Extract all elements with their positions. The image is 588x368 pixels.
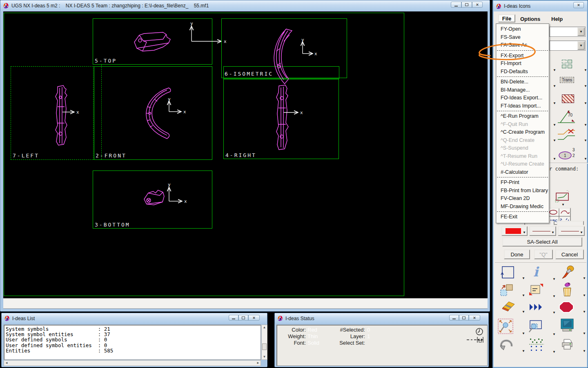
- dropdown-icon[interactable]: ▼: [583, 350, 586, 353]
- maximize-button[interactable]: [238, 315, 248, 321]
- menu-item-fd-defaults[interactable]: FD-Defaults: [496, 68, 549, 76]
- dropdown-icon[interactable]: ▼: [522, 332, 525, 335]
- dropdown-icon[interactable]: ▼: [552, 311, 556, 314]
- q-button[interactable]: "Q": [534, 249, 553, 259]
- dropdown-icon[interactable]: ▼: [553, 69, 556, 72]
- menu-item-fs-save[interactable]: FS-Save: [496, 34, 549, 42]
- dropdown-icon[interactable]: ▼: [561, 203, 565, 206]
- select-region-icon-button[interactable]: [499, 265, 515, 280]
- zoom-window-icon-button[interactable]: [528, 319, 542, 334]
- library-icon-button[interactable]: [562, 282, 572, 297]
- dropdown-icon[interactable]: ▼: [584, 157, 587, 161]
- menu-file[interactable]: File: [498, 14, 515, 22]
- stop-icon-button[interactable]: [559, 301, 574, 313]
- scroll-right-icon[interactable]: ►: [256, 361, 261, 366]
- dropdown-icon[interactable]: ▼: [583, 310, 586, 314]
- appearance-brush-icon-button[interactable]: [560, 265, 576, 280]
- menu-item-mf-drawing-medic[interactable]: MF-Drawing Medic: [496, 203, 549, 211]
- line-weight-dropdown[interactable]: ▼: [529, 226, 556, 236]
- menu-item-ft-ideas-import[interactable]: FT-Ideas Import...: [496, 102, 549, 110]
- hatch-icon-button[interactable]: [562, 94, 574, 103]
- scroll-up-icon[interactable]: ▲: [262, 325, 267, 330]
- dropdown-icon[interactable]: ▼: [552, 278, 556, 281]
- icons-panel-close-button[interactable]: ×: [573, 2, 584, 8]
- menu-item-fi-import[interactable]: FI-Import: [496, 60, 549, 68]
- close-button[interactable]: ×: [469, 315, 480, 321]
- menu-item-u-resume-create[interactable]: ^U-Resume Create: [496, 160, 549, 168]
- menu-item-fx-export[interactable]: FX-Export: [496, 52, 549, 60]
- vertical-scrollbar[interactable]: ▲ ▼: [261, 325, 267, 360]
- maximize-button[interactable]: [459, 315, 469, 321]
- dropdown-icon[interactable]: ▼: [552, 333, 556, 336]
- menu-options[interactable]: Options: [520, 16, 540, 22]
- dropdown-icon[interactable]: ▼: [522, 350, 525, 353]
- close-button[interactable]: ×: [472, 2, 483, 8]
- menu-item-f-quit-run[interactable]: ^F-Quit Run: [496, 121, 549, 129]
- cancel-button[interactable]: Cancel: [555, 249, 584, 259]
- dropdown-icon[interactable]: ▼: [522, 294, 525, 297]
- scrollbar-thumb[interactable]: [262, 343, 267, 350]
- chevron-down-icon[interactable]: ▼: [577, 27, 585, 36]
- list-content[interactable]: System symbols : 21 System symbol entiti…: [4, 325, 261, 360]
- dropdown-icon[interactable]: ▼: [553, 85, 556, 88]
- menu-item-fa-save-as[interactable]: FA-Save As: [496, 41, 549, 49]
- dropdown-icon[interactable]: ▼: [584, 85, 587, 88]
- minimize-button[interactable]: [451, 2, 461, 8]
- list-titlebar[interactable]: I-deas List: [2, 313, 267, 323]
- menu-help[interactable]: Help: [551, 16, 563, 22]
- menu-item-fy-open[interactable]: FY-Open: [496, 25, 549, 34]
- menu-item-c-create-program[interactable]: ^C-Create Program: [496, 128, 549, 137]
- fast-forward-icon-button[interactable]: [529, 303, 543, 311]
- icon-group-combo-1[interactable]: ▼: [549, 27, 586, 37]
- print-icon-button[interactable]: [561, 339, 574, 351]
- dropdown-icon[interactable]: ▼: [553, 123, 556, 127]
- dropdown-icon[interactable]: ▼: [552, 350, 556, 354]
- menu-item-bi-manage[interactable]: BI-Manage...: [496, 86, 549, 94]
- dropdown-icon[interactable]: ▼: [553, 102, 556, 105]
- dropdown-icon[interactable]: ▼: [584, 69, 587, 72]
- menu-item-e-run-program[interactable]: ^E-Run Program: [496, 112, 549, 121]
- minimize-button[interactable]: [229, 315, 238, 321]
- dropdown-icon[interactable]: ▼: [522, 310, 525, 314]
- hidden-button-sliver[interactable]: [557, 221, 584, 225]
- dropdown-icon[interactable]: ▼: [553, 139, 556, 142]
- point-grid-icon-button[interactable]: [529, 338, 544, 352]
- menu-item-q-end-create[interactable]: ^Q-End Create: [496, 137, 549, 145]
- menu-item-fb-print-from-library[interactable]: FB-Print from Library: [496, 187, 549, 195]
- translucency-icon-button[interactable]: Trans: [560, 77, 574, 83]
- trim-lines-icon-button[interactable]: [557, 128, 576, 141]
- dropdown-icon[interactable]: ▼: [522, 277, 525, 280]
- scroll-left-icon[interactable]: ◄: [4, 361, 9, 366]
- color-swatch-dropdown[interactable]: ▼: [501, 226, 528, 236]
- info-icon-button[interactable]: i: [533, 264, 538, 280]
- manage-bins-icon-button[interactable]: [528, 282, 544, 298]
- minimize-button[interactable]: [449, 315, 459, 321]
- menu-item-s-suspend[interactable]: ^S-Suspend: [496, 144, 549, 153]
- delete-eraser-icon-button[interactable]: [499, 300, 515, 312]
- chevron-down-icon[interactable]: ▼: [577, 41, 585, 50]
- main-titlebar[interactable]: UGS NX I-deas 5 m2 : NX I-DEAS 5 Team : …: [0, 0, 490, 11]
- dropdown-icon[interactable]: ▼: [584, 139, 587, 142]
- icon-group-combo-2[interactable]: ▼: [549, 40, 586, 51]
- horizontal-scrollbar[interactable]: ◄ ►: [4, 360, 261, 366]
- undo-icon-button[interactable]: [499, 339, 514, 350]
- dropdown-icon[interactable]: ▼: [552, 295, 556, 298]
- sequence-numbers-icon-button[interactable]: 1 3 2: [558, 147, 577, 160]
- dropdown-icon[interactable]: ▼: [584, 102, 587, 105]
- select-all-button[interactable]: SA-Select All: [502, 237, 582, 247]
- sketch-in-place-icon-button[interactable]: [553, 189, 571, 204]
- close-button[interactable]: ×: [248, 315, 260, 321]
- dropdown-icon[interactable]: ▼: [583, 332, 586, 335]
- line-style-dropdown[interactable]: ▼: [558, 226, 585, 236]
- dropdown-icon[interactable]: ▼: [583, 277, 586, 280]
- menu-item-fp-print[interactable]: FP-Print: [496, 179, 549, 187]
- dropdown-icon[interactable]: ▼: [584, 123, 587, 127]
- menu-item-fv-clean-2d[interactable]: FV-Clean 2D: [496, 195, 549, 203]
- menu-item-bn-delete[interactable]: BN-Delete...: [496, 78, 549, 86]
- dropdown-icon[interactable]: ▼: [553, 157, 556, 161]
- angle-dimension-icon-button[interactable]: 70: [557, 110, 576, 124]
- dropdown-icon[interactable]: ▼: [583, 294, 586, 297]
- menu-item-fo-ideas-export[interactable]: FO-Ideas Export...: [496, 94, 549, 102]
- zoom-all-icon-button[interactable]: [497, 318, 514, 334]
- done-button[interactable]: Done: [504, 249, 530, 259]
